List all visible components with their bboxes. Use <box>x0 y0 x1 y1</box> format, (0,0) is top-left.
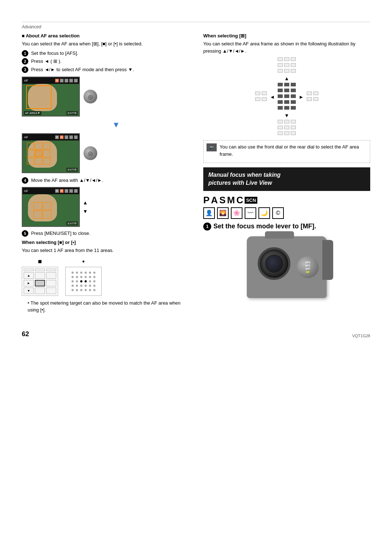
focus-box-1 <box>26 85 52 109</box>
scene-icon-portrait: 👤 <box>203 207 215 219</box>
pasmc-c: C <box>236 195 243 206</box>
step-3-text: Press ◄/► to select AF mode and then pre… <box>31 67 134 72</box>
cam-top-bar-1: AF ⊞ □ □ □ □ <box>23 77 79 84</box>
cam-label-right-2: EXIT⚙ <box>66 168 78 172</box>
when-selecting-grid-text: You can select the AF area frame as show… <box>203 40 370 54</box>
camera-body: AFS AFC AFF MF <box>247 236 327 298</box>
camera-screen-2-wrap: AF ⊞ ⊞ □ □ □ <box>22 133 189 173</box>
pasmc-p: P <box>203 195 209 206</box>
tip-box: 📷 You can also use the front dial or the… <box>203 140 370 163</box>
dot-icon: • <box>82 258 85 265</box>
cam-top-bar-3: AF ⊞ ⊞ □ □ □ <box>23 188 79 194</box>
pasmc-s: S <box>219 195 225 206</box>
af-area-selection-title: About AF area selection <box>22 33 189 38</box>
set-focus-mode-text: Set the focus mode lever to [MF]. <box>213 223 316 230</box>
page-number: 62 <box>22 330 29 338</box>
pasmc-a: A <box>211 195 218 206</box>
step-num-1: 1 <box>22 50 28 57</box>
step-2-text: Press ◄ ( ⊞ ). <box>31 58 62 64</box>
dial-icon-1: ◎ <box>83 90 97 103</box>
dot-pattern <box>71 271 96 292</box>
when-selecting-grid-title: When selecting [⊞] <box>203 33 370 38</box>
tip-text: You can also use the front dial or the r… <box>220 143 367 158</box>
step-num-2: 2 <box>22 58 28 65</box>
step-1: 1 Set the focus to [AFS]. <box>22 50 189 57</box>
step-circle-1: 1 <box>203 223 211 231</box>
square-icon: ■ <box>38 258 42 265</box>
af-grid-nav: ▲ ◄ <box>203 57 370 137</box>
square-grid: ▲ ► ▼ <box>22 267 58 296</box>
dot-grid <box>65 267 102 296</box>
scene-icon-custom: © <box>272 207 284 219</box>
when-selecting-sq-dot-text: You can select 1 AF area from the 11 are… <box>22 247 189 254</box>
tip-icon: 📷 <box>207 143 217 151</box>
step-4-text: Move the AF area with ▲/▼/◄/►. <box>31 178 103 183</box>
cam-label-1: AF AREA▼ <box>24 111 41 115</box>
square-diagram: ■ ▲ ► ▼ <box>22 258 58 296</box>
camera-grip <box>322 240 333 280</box>
step-num-4: 4 <box>22 177 28 184</box>
step-5: 5 Press [MENU/SET] to close. <box>22 230 189 237</box>
step-num-5: 5 <box>22 230 28 237</box>
step-num-3: 3 <box>22 66 28 73</box>
set-focus-mode-title: 1 Set the focus mode lever to [MF]. <box>203 223 370 231</box>
camera-body-wrap: AFS AFC AFF MF <box>203 236 370 298</box>
focus-dial: AFS AFC AFF MF <box>297 256 319 278</box>
camera-screen-2: AF ⊞ ⊞ □ □ □ <box>22 133 80 173</box>
camera-screen-3-wrap: AF ⊞ ⊞ □ □ □ EXIT⚙ <box>22 187 189 227</box>
pasmc-scn: SCN <box>245 197 257 204</box>
step-5-list: 5 Press [MENU/SET] to close. <box>22 230 189 237</box>
af-area-selection-intro: You can select the AF area when [⊞], [■]… <box>22 40 189 48</box>
step-4: 4 Move the AF area with ▲/▼/◄/►. <box>22 177 189 184</box>
camera-screen-1-wrap: AF ⊞ □ □ □ □ AF AREA▼ EXIT⚙ ◎ <box>22 77 189 117</box>
when-selecting-sq-dot-title: When selecting [■] or [•] <box>22 240 189 245</box>
step4-arrows: ▲ ▼ <box>83 200 88 214</box>
page-header: Advanced <box>22 22 370 29</box>
scene-icon-sport: 〰 <box>245 207 256 219</box>
page-footer: 62 VQT1G28 <box>22 330 370 338</box>
pasmc-row: P A S M C SCN <box>203 195 370 206</box>
scene-icon-macro: 🌸 <box>231 207 242 219</box>
step-3: 3 Press ◄/► to select AF mode and then p… <box>22 66 189 73</box>
step-2: 2 Press ◄ ( ⊞ ). <box>22 58 189 65</box>
scene-icon-night: 🌙 <box>258 207 270 219</box>
camera-screen-1: AF ⊞ □ □ □ □ AF AREA▼ EXIT⚙ <box>22 77 80 117</box>
arrow-down-1: ▼ <box>44 120 189 130</box>
mf-line2: pictures with Live View <box>208 180 272 186</box>
scene-icon-scenery: 🌄 <box>217 207 229 219</box>
camera-top-bump <box>265 231 294 239</box>
page-code: VQT1G28 <box>352 334 370 338</box>
steps-list: 1 Set the focus to [AFS]. 2 Press ◄ ( ⊞ … <box>22 50 189 73</box>
cam-top-bar-2: AF ⊞ ⊞ □ □ □ <box>23 134 79 140</box>
mf-line1: Manual focus when taking <box>208 172 281 178</box>
camera-lens <box>258 247 290 280</box>
focus-grid-overlay <box>27 143 50 164</box>
step-4-list: 4 Move the AF area with ▲/▼/◄/►. <box>22 177 189 184</box>
step-1-text: Set the focus to [AFS]. <box>31 50 78 56</box>
dial-icon-2: ◎ <box>83 146 97 160</box>
left-column: About AF area selection You can select t… <box>22 33 189 316</box>
step-5-text: Press [MENU/SET] to close. <box>31 231 90 236</box>
cam-label-right-1: EXIT⚙ <box>66 111 78 115</box>
camera-lens-inner <box>265 254 283 273</box>
scene-icons-row: 👤 🌄 🌸 〰 🌙 © <box>203 207 370 219</box>
focus-grid-small <box>33 202 52 219</box>
pasmc-m: M <box>227 195 235 206</box>
af-area-diagrams: ■ ▲ ► ▼ • <box>22 258 189 296</box>
cam-label-right-3: EXIT⚙ <box>66 221 78 225</box>
camera-screen-3: AF ⊞ ⊞ □ □ □ EXIT⚙ <box>22 187 80 227</box>
bullet-spot-metering: The spot metering target can also be mov… <box>28 300 189 314</box>
dot-diagram: • <box>65 258 102 296</box>
right-column: When selecting [⊞] You can select the AF… <box>203 33 370 316</box>
mf-highlight-box: Manual focus when taking pictures with L… <box>203 167 370 191</box>
